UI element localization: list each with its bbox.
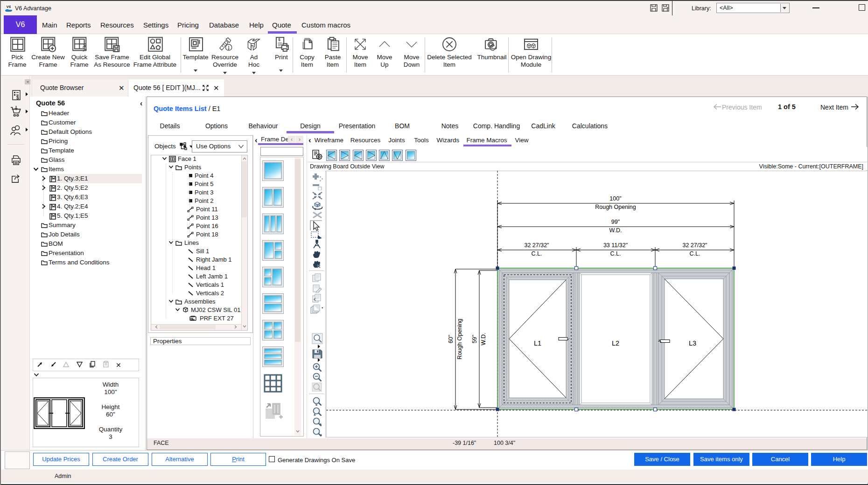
svg-text:W.D.: W.D. <box>480 333 487 345</box>
svg-text:C.L.: C.L. <box>532 250 542 257</box>
svg-text:W.D.: W.D. <box>609 227 622 234</box>
svg-text:100": 100" <box>609 195 621 202</box>
svg-text:99": 99" <box>611 219 620 225</box>
svg-text:60": 60" <box>448 335 454 343</box>
svg-text:Rough Opening: Rough Opening <box>456 319 463 360</box>
svg-text:C.L.: C.L. <box>610 250 621 257</box>
svg-text:L3: L3 <box>689 340 696 347</box>
svg-text:V6: V6 <box>7 5 11 9</box>
svg-text:L2: L2 <box>612 340 619 347</box>
svg-text:C.L.: C.L. <box>690 250 700 257</box>
svg-text:Rough Opening: Rough Opening <box>595 204 636 210</box>
svg-text:32 27/32": 32 27/32" <box>524 242 549 249</box>
svg-text:33 11/32": 33 11/32" <box>603 242 628 249</box>
svg-text:L1: L1 <box>534 340 541 347</box>
svg-text:$: $ <box>16 95 19 100</box>
svg-text:32 27/32": 32 27/32" <box>682 242 707 249</box>
svg-text:$: $ <box>278 38 280 42</box>
svg-text:59": 59" <box>471 335 478 343</box>
